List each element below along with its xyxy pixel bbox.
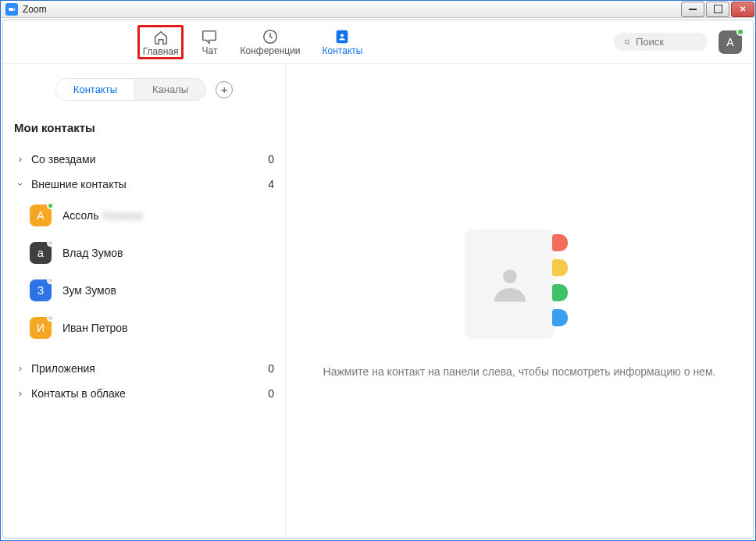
user-avatar-initial: A [726, 36, 733, 48]
presence-dot [736, 28, 744, 36]
clock-icon [262, 28, 279, 45]
sidebar: Контакты Каналы + Мои контакты › Со звез… [3, 64, 286, 538]
svg-point-4 [503, 269, 517, 283]
add-contact-button[interactable]: + [216, 81, 233, 98]
person-silhouette-icon [487, 261, 533, 308]
window-maximize-button[interactable] [706, 2, 729, 17]
contact-item[interactable]: И Иван Петров [27, 309, 277, 347]
window-close-button[interactable] [731, 2, 754, 17]
search-icon [623, 37, 631, 48]
nav-label-home: Главная [143, 46, 179, 57]
nav-label-contacts: Контакты [323, 45, 363, 56]
group-starred[interactable]: › Со звездами 0 [11, 147, 277, 172]
chevron-right-icon: › [14, 154, 27, 165]
chevron-right-icon: › [14, 388, 27, 399]
empty-contacts-illustration [465, 225, 574, 342]
group-count: 0 [268, 387, 274, 400]
contact-item[interactable]: З Зум Зумов [27, 272, 277, 309]
main-panel: Нажмите на контакт на панели слева, чтоб… [286, 64, 753, 538]
contacts-icon [333, 28, 351, 45]
contact-avatar: И [30, 317, 52, 339]
zoom-app-icon [5, 3, 18, 16]
nav-tab-home[interactable]: Главная [137, 25, 184, 59]
svg-point-2 [341, 34, 344, 37]
nav-tab-contacts[interactable]: Контакты [318, 25, 368, 58]
nav-label-chat: Чат [202, 45, 218, 56]
top-nav: Главная Чат Конференции [3, 20, 753, 64]
contact-name: Влад Зумов [62, 247, 123, 259]
nav-tab-chat[interactable]: Чат [196, 25, 223, 58]
segment-contacts[interactable]: Контакты [56, 79, 135, 100]
presence-dot [47, 240, 54, 247]
chat-icon [201, 28, 218, 45]
group-label: Приложения [31, 362, 95, 375]
nav-tab-meetings[interactable]: Конференции [235, 25, 305, 58]
presence-dot [47, 202, 54, 209]
group-count: 0 [268, 362, 274, 375]
group-cloud[interactable]: › Контакты в облаке 0 [11, 381, 277, 406]
section-title-my-contacts: Мои контакты [14, 121, 274, 134]
user-avatar[interactable]: A [719, 30, 742, 54]
contact-avatar: З [30, 279, 52, 301]
segment-channels[interactable]: Каналы [135, 79, 205, 100]
contact-name: Ассоль [62, 209, 98, 222]
contact-name-blurred: Xxxxxxx [102, 209, 142, 222]
chevron-down-icon: › [15, 178, 26, 190]
contact-item[interactable]: а Влад Зумов [27, 234, 277, 272]
nav-label-meetings: Конференции [240, 45, 300, 56]
contact-name: Зум Зумов [62, 284, 116, 297]
presence-dot [47, 277, 54, 284]
contact-avatar: а [30, 242, 52, 264]
search-box[interactable] [614, 33, 708, 51]
window-minimize-button[interactable] [681, 2, 704, 17]
window-title: Zoom [23, 4, 47, 15]
contact-name: Иван Петров [62, 322, 128, 334]
titlebar: Zoom [1, 1, 755, 18]
contact-item[interactable]: А Ассоль Xxxxxxx [27, 197, 277, 234]
group-label: Внешние контакты [31, 178, 127, 190]
group-count: 4 [268, 178, 274, 190]
group-external[interactable]: › Внешние контакты 4 [11, 172, 277, 197]
home-icon [152, 29, 169, 46]
svg-point-3 [625, 40, 629, 44]
contact-avatar: А [30, 205, 52, 226]
group-apps[interactable]: › Приложения 0 [11, 356, 277, 381]
empty-state-hint: Нажмите на контакт на панели слева, чтоб… [323, 365, 716, 378]
search-input[interactable] [636, 36, 698, 48]
segmented-control: Контакты Каналы [55, 78, 206, 101]
group-label: Контакты в облаке [31, 387, 126, 400]
group-count: 0 [268, 153, 274, 166]
group-label: Со звездами [31, 153, 95, 166]
presence-dot [47, 315, 54, 322]
chevron-right-icon: › [14, 363, 27, 374]
